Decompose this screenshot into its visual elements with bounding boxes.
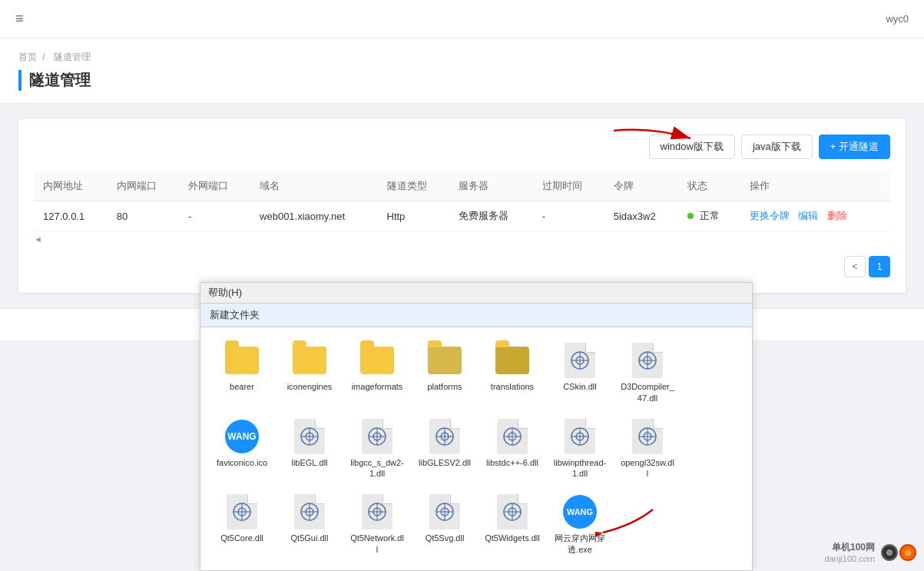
table-header-row: 内网地址 内网端口 外网端口 域名 隧道类型 服务器 过期时间 令牌 状态 操作 <box>34 171 890 201</box>
java-download-button[interactable]: java版下载 <box>741 134 813 159</box>
file-label-platforms: platforms <box>427 381 462 392</box>
breadcrumb: 首页 / 隧道管理 <box>18 51 906 64</box>
file-libglesv2[interactable]: libGLESV2.dll <box>414 414 475 484</box>
file-platforms[interactable]: platforms <box>414 338 475 408</box>
dll-icon-qt5network <box>359 494 395 530</box>
file-explorer-toolbar[interactable]: 新建文件夹 <box>200 304 752 327</box>
file-explorer: 帮助(H) 新建文件夹 bearer iconengines imageform… <box>200 282 753 571</box>
file-translations[interactable]: translations <box>482 338 543 408</box>
red-arrow-toolbar <box>606 123 698 154</box>
file-opengl32sw[interactable]: opengl32sw.dll <box>617 414 678 484</box>
file-label-favicon: faviconico.ico <box>217 457 267 468</box>
file-bearer[interactable]: bearer <box>211 338 273 408</box>
file-qt5network[interactable]: Qt5Network.dll <box>346 490 408 559</box>
file-label-qt5gui: Qt5Gui.dll <box>291 533 329 543</box>
cell-token: 5idax3w2 <box>604 201 679 231</box>
col-inner-addr: 内网地址 <box>34 171 108 201</box>
file-label-qt5widgets: Qt5Widgets.dll <box>485 533 540 543</box>
col-expire: 过期时间 <box>533 171 604 201</box>
file-label-qt5network: Qt5Network.dll <box>349 533 405 555</box>
folder-icon-iconengines <box>292 343 327 378</box>
cell-tunnel-type: Http <box>378 201 449 231</box>
table-row: 127.0.0.1 80 - web001.xiaomy.net Http 免费… <box>34 201 890 231</box>
folder-icon-imageformats <box>359 343 395 378</box>
scroll-hint: ◄ <box>34 234 890 244</box>
table-card: window版下载 java版下载 开通隧道 内网地址 内网端口 外网端口 域名… <box>18 119 906 293</box>
tunnel-table: 内网地址 内网端口 外网端口 域名 隧道类型 服务器 过期时间 令牌 状态 操作 <box>34 171 890 231</box>
pagination-page-1[interactable]: 1 <box>869 256 890 277</box>
watermark-domain: danji100.com <box>825 554 875 563</box>
file-qt5widgets[interactable]: Qt5Widgets.dll <box>482 490 543 559</box>
toolbar: window版下载 java版下载 开通隧道 <box>34 134 890 159</box>
file-favicon[interactable]: WANG faviconico.ico <box>211 414 273 484</box>
breadcrumb-home[interactable]: 首页 <box>18 51 37 62</box>
action-change-token[interactable]: 更换令牌 <box>750 210 790 221</box>
page-title: 隧道管理 <box>18 70 906 91</box>
col-tunnel-type: 隧道类型 <box>378 171 449 201</box>
cell-server: 免费服务器 <box>449 201 533 231</box>
wang-icon-exe: WANG <box>562 494 598 530</box>
dll-icon-cskin <box>562 343 598 378</box>
dll-icon-qt5gui <box>292 494 327 530</box>
cell-actions: 更换令牌 编辑 删除 <box>740 201 890 231</box>
file-libstdc[interactable]: libstdc++-6.dll <box>482 414 543 484</box>
file-explorer-body: bearer iconengines imageformats platform… <box>200 327 752 570</box>
red-arrow-file <box>595 506 657 544</box>
dll-icon-qt5core <box>224 494 260 530</box>
file-label-libgcc: libgcc_s_dw2-1.dll <box>349 457 405 480</box>
folder-icon-translations <box>495 343 530 378</box>
menu-icon[interactable]: ≡ <box>15 11 24 27</box>
pagination: < 1 <box>34 256 890 277</box>
file-label-imageformats: imageformats <box>352 381 403 392</box>
file-label-iconengines: iconengines <box>287 381 333 392</box>
file-iconengines[interactable]: iconengines <box>279 338 340 408</box>
file-label-libwinpthread: libwinpthread-1.dll <box>552 457 608 480</box>
file-label-libglesv2: libGLESV2.dll <box>419 457 471 468</box>
file-qt5core[interactable]: Qt5Core.dll <box>211 490 273 559</box>
status-dot <box>687 213 694 219</box>
dll-icon-d3dcompiler <box>630 343 665 378</box>
dll-icon-opengl32sw <box>630 419 665 454</box>
cell-expire: - <box>533 201 604 231</box>
cell-inner-port: 80 <box>108 201 179 231</box>
watermark-site: 单机100网 <box>832 541 875 554</box>
col-actions: 操作 <box>740 171 890 201</box>
dll-icon-libegl <box>292 419 327 454</box>
file-libegl[interactable]: libEGL.dll <box>279 414 340 484</box>
dll-icon-libgcc <box>359 419 395 454</box>
breadcrumb-separator: / <box>42 51 45 62</box>
col-token: 令牌 <box>604 171 679 201</box>
file-qt5gui[interactable]: Qt5Gui.dll <box>279 490 340 559</box>
file-qt5svg[interactable]: Qt5Svg.dll <box>414 490 475 559</box>
file-label-d3dcompiler: D3Dcompiler_47.dll <box>620 381 675 403</box>
file-cskin[interactable]: CSkin.dll <box>549 338 611 408</box>
action-delete[interactable]: 删除 <box>827 210 847 221</box>
file-libwinpthread[interactable]: libwinpthread-1.dll <box>549 414 611 484</box>
col-inner-port: 内网端口 <box>108 171 179 201</box>
file-label-translations: translations <box>491 381 534 392</box>
dll-icon-libstdc <box>495 419 530 454</box>
file-d3dcompiler[interactable]: D3Dcompiler_47.dll <box>617 338 678 408</box>
app-header: ≡ wyc0 <box>0 0 924 38</box>
folder-icon-bearer <box>224 343 260 378</box>
page-header: 首页 / 隧道管理 隧道管理 <box>0 38 924 104</box>
file-label-qt5core: Qt5Core.dll <box>220 533 263 543</box>
file-explorer-menubar[interactable]: 帮助(H) <box>200 283 752 304</box>
cell-outer-port: - <box>179 201 250 231</box>
dll-icon-qt5widgets <box>495 494 530 530</box>
pagination-prev[interactable]: < <box>844 256 866 277</box>
folder-icon-platforms <box>427 343 462 378</box>
dll-icon-libglesv2 <box>427 419 462 454</box>
col-domain: 域名 <box>250 171 377 201</box>
file-wangyun-exe[interactable]: WANG 网云穿内网穿透.exe <box>549 490 611 559</box>
file-label-opengl32sw: opengl32sw.dll <box>620 457 675 480</box>
status-text: 正常 <box>700 210 720 221</box>
dll-icon-qt5svg <box>427 494 462 530</box>
action-edit[interactable]: 编辑 <box>798 210 818 221</box>
file-imageformats[interactable]: imageformats <box>346 338 408 408</box>
breadcrumb-current: 隧道管理 <box>54 51 91 62</box>
file-libgcc[interactable]: libgcc_s_dw2-1.dll <box>346 414 408 484</box>
create-tunnel-button[interactable]: 开通隧道 <box>819 134 890 159</box>
username-label: wyc0 <box>886 13 909 25</box>
file-label-bearer: bearer <box>230 381 254 392</box>
